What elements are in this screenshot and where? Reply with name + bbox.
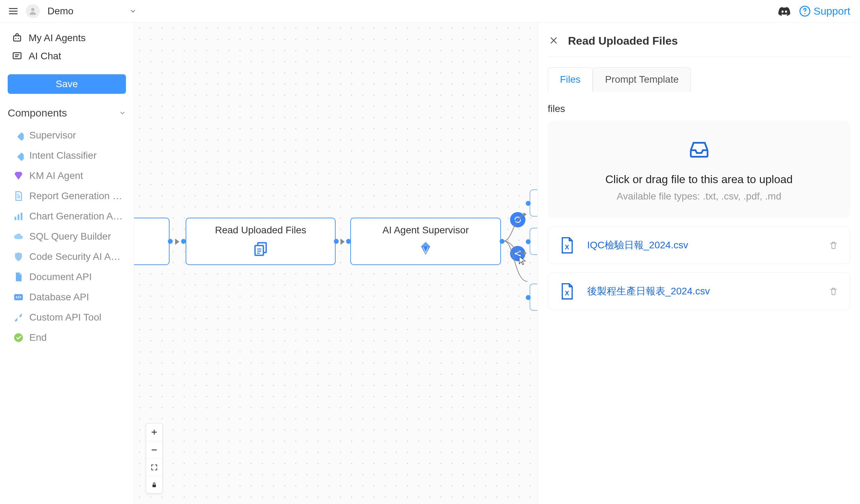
code-icon [13, 291, 24, 303]
person-icon [28, 6, 38, 16]
node-partial-right[interactable] [530, 284, 537, 311]
svg-text:X: X [565, 243, 569, 251]
properties-panel: Read Uploaded Files Files Prompt Templat… [538, 23, 860, 504]
svg-rect-8 [17, 152, 24, 161]
components-label: Components [8, 107, 67, 119]
file-name[interactable]: IQC檢驗日報_2024.csv [587, 239, 816, 252]
svg-point-4 [15, 38, 16, 39]
component-item-end[interactable]: End [11, 328, 127, 348]
component-label: Document API [29, 271, 92, 283]
component-item-intent-classifier[interactable]: Intent Classifier [11, 145, 127, 166]
diamond-icon [13, 150, 24, 161]
upload-subtitle: Available file types: .txt, .csv, .pdf, … [555, 191, 843, 202]
node-title: Read Uploaded Files [186, 218, 335, 236]
hamburger-menu[interactable] [7, 5, 20, 17]
svg-text:X: X [565, 289, 569, 297]
component-label: Code Security AI A… [29, 251, 120, 262]
lock-icon [151, 481, 158, 488]
svg-rect-19 [152, 484, 156, 487]
save-button[interactable]: Save [8, 74, 126, 94]
component-label: Report Generation … [29, 190, 122, 202]
node-partial-left[interactable] [134, 218, 170, 265]
top-header-left: Demo [7, 4, 136, 18]
component-label: Supervisor [29, 130, 76, 141]
component-item-code-security-ai-a[interactable]: Code Security AI A… [11, 247, 127, 267]
svg-rect-10 [18, 215, 20, 220]
help-circle-icon [799, 5, 811, 17]
agents-icon [12, 33, 22, 43]
svg-rect-9 [15, 217, 16, 220]
flow-canvas[interactable]: Read Uploaded Files AI Agent Supervisor [134, 23, 538, 504]
port[interactable] [168, 239, 173, 244]
expand-icon [150, 464, 158, 471]
component-item-chart-generation-a[interactable]: Chart Generation A… [11, 206, 127, 226]
component-item-database-api[interactable]: Database API [11, 287, 127, 307]
component-label: Chart Generation A… [29, 211, 123, 222]
uploaded-file-card: X 後製程生產日報表_2024.csv [548, 272, 850, 310]
lock-button[interactable] [146, 476, 162, 493]
component-item-km-ai-agent[interactable]: KM AI Agent [11, 166, 127, 186]
svg-rect-7 [17, 132, 24, 141]
connector-paths [504, 203, 532, 283]
chart-icon [13, 210, 24, 222]
port[interactable] [526, 295, 531, 300]
node-read-uploaded-files[interactable]: Read Uploaded Files [186, 218, 336, 265]
component-item-supervisor[interactable]: Supervisor [11, 125, 127, 145]
file-name[interactable]: 後製程生產日報表_2024.csv [587, 285, 816, 298]
file-excel-icon: X [560, 283, 574, 299]
files-section-label: files [548, 103, 850, 114]
discord-link[interactable] [777, 4, 791, 18]
port[interactable] [181, 239, 186, 244]
doc2-icon [13, 271, 24, 283]
component-item-custom-api-tool[interactable]: Custom API Tool [11, 307, 127, 328]
panel-title: Read Uploaded Files [568, 35, 678, 47]
upload-title: Click or drag file to this area to uploa… [555, 173, 843, 186]
close-icon [549, 36, 558, 45]
top-header: Demo Support [0, 0, 860, 22]
file-excel-icon: X [560, 237, 574, 253]
close-panel-button[interactable] [549, 36, 560, 46]
workspace-select[interactable]: Demo [46, 6, 136, 17]
nav-my-ai-agents[interactable]: My AI Agents [6, 29, 127, 47]
discord-icon [778, 5, 791, 17]
component-item-sql-query-builder[interactable]: SQL Query Builder [11, 226, 127, 247]
delete-file-button[interactable] [829, 287, 838, 296]
gem-icon [13, 170, 24, 182]
fit-view-button[interactable] [146, 458, 162, 476]
doc-icon [13, 190, 24, 202]
component-label: Database API [29, 292, 89, 303]
top-header-right: Support [777, 4, 850, 18]
upload-dropzone[interactable]: Click or drag file to this area to uploa… [548, 121, 850, 218]
svg-point-5 [18, 38, 19, 39]
delete-file-button[interactable] [829, 241, 838, 250]
trash-icon [829, 241, 838, 250]
zoom-in-button[interactable] [146, 423, 162, 441]
component-list: SupervisorIntent ClassifierKM AI AgentRe… [6, 124, 127, 348]
nav-my-ai-agents-label: My AI Agents [29, 32, 85, 44]
check-icon [13, 332, 24, 344]
svg-point-13 [14, 333, 23, 342]
chevron-down-icon [129, 8, 136, 15]
svg-rect-3 [14, 36, 21, 41]
port[interactable] [334, 239, 339, 244]
hamburger-icon [8, 6, 18, 16]
tools-icon [13, 311, 24, 323]
zoom-controls [146, 423, 163, 494]
component-item-document-api[interactable]: Document API [11, 267, 127, 287]
component-item-report-generation[interactable]: Report Generation … [11, 186, 127, 206]
tab-prompt-template[interactable]: Prompt Template [593, 67, 691, 92]
panel-tabs: Files Prompt Template [548, 67, 850, 92]
tab-files[interactable]: Files [548, 67, 593, 92]
svg-point-2 [804, 13, 805, 14]
minus-icon [150, 446, 158, 454]
component-label: Intent Classifier [29, 150, 97, 161]
user-avatar[interactable] [26, 4, 40, 18]
panel-header: Read Uploaded Files [548, 23, 850, 57]
components-section-header[interactable]: Components [6, 102, 127, 124]
node-title: AI Agent Supervisor [351, 218, 500, 236]
nav-ai-chat[interactable]: AI Chat [6, 47, 127, 65]
node-ai-agent-supervisor[interactable]: AI Agent Supervisor [350, 218, 501, 265]
svg-rect-15 [255, 246, 263, 255]
support-link[interactable]: Support [799, 5, 850, 17]
zoom-out-button[interactable] [146, 441, 162, 458]
